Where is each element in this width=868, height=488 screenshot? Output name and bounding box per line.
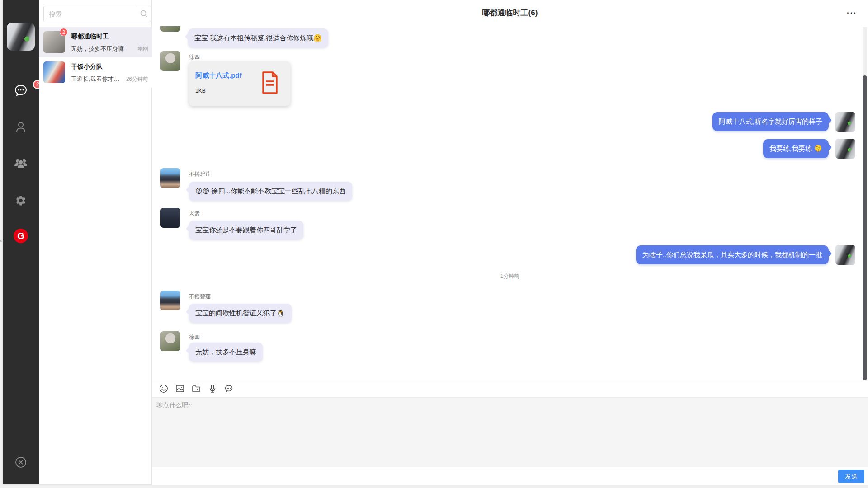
panel-collapse-arrow-icon[interactable]: › bbox=[0, 238, 2, 244]
time-divider: 1分钟前 bbox=[152, 272, 868, 280]
quick-reply-button[interactable] bbox=[224, 385, 234, 394]
sender-avatar[interactable] bbox=[160, 208, 180, 228]
chat-title: 哪都通临时工 bbox=[71, 33, 109, 41]
chat-title: 干饭小分队 bbox=[71, 63, 103, 71]
search-box bbox=[43, 6, 151, 22]
group-people-icon bbox=[14, 157, 28, 169]
conversation-header: 哪都通临时工(6) ··· bbox=[152, 0, 868, 26]
unread-badge: 2 bbox=[60, 28, 68, 36]
chat-time: 26分钟前 bbox=[126, 75, 148, 83]
sender-avatar[interactable] bbox=[160, 331, 180, 351]
smiley-face-icon bbox=[159, 384, 168, 394]
pdf-document-icon bbox=[261, 71, 278, 96]
chat-avatar bbox=[43, 61, 65, 83]
sidebar-item-chats[interactable]: 2 bbox=[3, 81, 39, 99]
image-icon bbox=[175, 384, 184, 394]
message-input-area bbox=[152, 397, 868, 467]
message-bubble: 宝宝你还是不要跟着你四哥乱学了 bbox=[189, 221, 303, 239]
message-bubble: 我要练,我要练 🫠 bbox=[763, 139, 829, 158]
chat-list-item[interactable]: 2 哪都通临时工 无妨，技多不压身嘛 刚刚 bbox=[39, 27, 152, 57]
sender-avatar[interactable] bbox=[160, 168, 180, 188]
sidebar-item-contacts[interactable] bbox=[3, 118, 39, 136]
send-button[interactable]: 发送 bbox=[838, 470, 864, 483]
self-avatar[interactable] bbox=[835, 139, 855, 159]
message-input[interactable] bbox=[152, 398, 868, 467]
file-size: 1KB bbox=[195, 88, 206, 94]
conversation-title: 哪都通临时工(6) bbox=[152, 0, 868, 26]
self-avatar[interactable] bbox=[835, 245, 855, 265]
sidebar-item-groups[interactable] bbox=[3, 154, 39, 172]
folder-icon bbox=[192, 384, 201, 394]
message-bubble: 无妨，技多不压身嘛 bbox=[189, 343, 263, 361]
search-button[interactable] bbox=[137, 6, 151, 22]
file-name: 阿威十八式.pdf bbox=[195, 71, 242, 80]
sender-name: 徐四 bbox=[189, 53, 200, 61]
self-avatar[interactable] bbox=[835, 112, 855, 132]
microphone-icon bbox=[208, 384, 217, 394]
sender-name: 不摇碧莲 bbox=[189, 170, 211, 178]
sender-avatar[interactable] bbox=[160, 51, 180, 71]
message-scroll-area: 宝宝 我这有本祖传秘笈,很适合你修炼哦🤗 徐四 阿威十八式.pdf 1KB 阿威… bbox=[152, 26, 868, 381]
send-row: 发送 bbox=[152, 467, 868, 485]
close-circle-icon[interactable] bbox=[15, 456, 27, 468]
more-options-icon[interactable]: ··· bbox=[847, 0, 857, 26]
sender-name: 老孟 bbox=[189, 210, 200, 218]
sender-avatar[interactable] bbox=[160, 291, 180, 310]
chat-last-message: 无妨，技多不压身嘛 bbox=[71, 45, 124, 53]
user-avatar[interactable] bbox=[7, 23, 35, 51]
composer: 发送 bbox=[152, 381, 868, 484]
chat-bubble-dots-icon: 2 bbox=[14, 84, 28, 97]
search-input[interactable] bbox=[44, 6, 137, 22]
image-button[interactable] bbox=[175, 385, 185, 394]
chat-list-item[interactable]: 干饭小分队 王道长,我看你才… 26分钟前 bbox=[39, 57, 152, 88]
chat-app-window: 2 bbox=[3, 0, 868, 484]
sender-name: 不摇碧莲 bbox=[189, 293, 211, 300]
voice-button[interactable] bbox=[208, 385, 217, 394]
message-bubble: 为啥子..你们总说我呆瓜，其实大多的时候，我都机制的一批 bbox=[636, 245, 829, 264]
chat-last-message: 王道长,我看你才… bbox=[71, 75, 120, 83]
sidebar-item-settings[interactable] bbox=[3, 192, 39, 210]
scrollbar-thumb[interactable] bbox=[863, 75, 867, 380]
message-bubble: 阿威十八式,听名字就好厉害的样子 bbox=[712, 112, 829, 131]
sender-name: 徐四 bbox=[189, 333, 200, 341]
message-bubble: 宝宝的间歇性机智证又犯了🐧 bbox=[189, 304, 292, 323]
app-logo-G-icon[interactable]: G bbox=[14, 229, 28, 243]
chat-list-panel: 2 哪都通临时工 无妨，技多不压身嘛 刚刚 干饭小分队 王道长,我看你才… 26… bbox=[39, 0, 152, 484]
magnifier-icon bbox=[140, 9, 148, 19]
gear-icon bbox=[15, 195, 27, 206]
chat-time: 刚刚 bbox=[137, 45, 148, 53]
conversation-pane: 哪都通临时工(6) ··· 宝宝 我这有本祖传秘笈,很适合你修炼哦🤗 徐四 阿威… bbox=[152, 0, 868, 484]
file-button[interactable] bbox=[191, 385, 201, 394]
composer-toolbar bbox=[152, 381, 868, 397]
file-attachment-card[interactable]: 阿威十八式.pdf 1KB bbox=[189, 61, 290, 106]
person-icon bbox=[14, 121, 27, 133]
message-bubble: 宝宝 我这有本祖传秘笈,很适合你修炼哦🤗 bbox=[188, 28, 328, 47]
sender-avatar[interactable] bbox=[160, 26, 180, 32]
message-bubble: 😡😡 徐四...你能不能不教宝宝一些乱七八糟的东西 bbox=[189, 182, 352, 201]
nav-sidebar: 2 bbox=[3, 0, 39, 484]
message-bubble-icon bbox=[224, 384, 233, 394]
emoji-button[interactable] bbox=[159, 385, 169, 394]
